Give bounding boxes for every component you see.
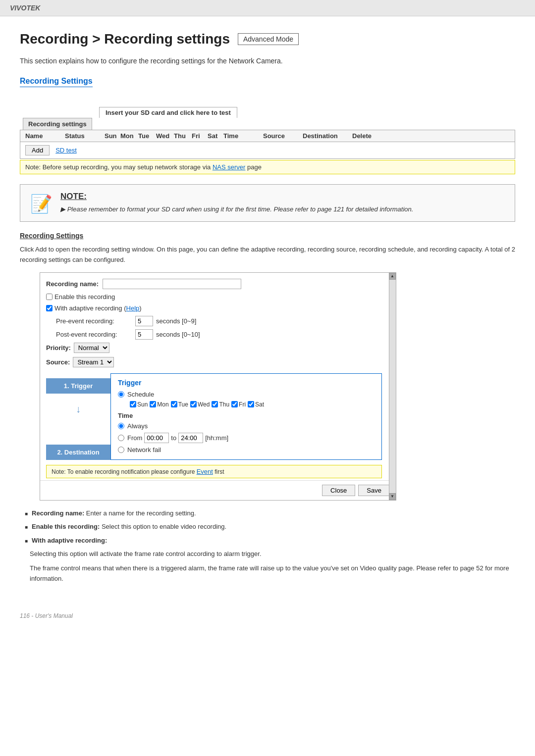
day-sat[interactable]: Sat (248, 401, 264, 408)
bullet-2-bold: Enable this recording: (32, 523, 100, 530)
adaptive-para2: The frame control means that when there … (30, 563, 515, 584)
form-scroll-content: Recording name: Enable this recording Wi… (40, 273, 396, 480)
advanced-mode-badge[interactable]: Advanced Mode (238, 33, 299, 45)
always-radio[interactable] (118, 423, 124, 429)
pre-event-label: Pre-event recording: (56, 317, 135, 325)
bullet-item-3: With adaptive recording: (25, 536, 515, 546)
recording-settings-wrapper: Insert your SD card and click here to te… (20, 107, 515, 174)
network-fail-label: Network fail (127, 446, 161, 454)
note-body: Please remember to format your SD card w… (60, 205, 413, 213)
trigger-panel: Trigger Schedule Sun Mon Tue Wed (110, 373, 382, 460)
steps-column: 1. Trigger ↓ 2. Destination (46, 373, 110, 460)
source-label: Source: (46, 358, 70, 366)
bullet-1-bold: Recording name: (32, 509, 84, 517)
nas-server-link[interactable]: NAS server (213, 163, 245, 171)
section1-heading: Recording Settings (20, 77, 93, 87)
col-status: Status (65, 132, 105, 140)
pre-event-row: Pre-event recording: seconds [0~9] (46, 316, 382, 326)
page-footer: 116 - User's Manual (0, 603, 535, 629)
trigger-layout: 1. Trigger ↓ 2. Destination Trigger Sche… (46, 373, 382, 460)
recording-form-container: Recording name: Enable this recording Wi… (40, 272, 396, 501)
post-event-row: Post-event recording: seconds [0~10] (46, 329, 382, 340)
col-delete: Delete (352, 132, 387, 140)
col-wed: Wed (156, 132, 174, 140)
bullet-list: Recording name: Enter a name for the rec… (25, 508, 515, 546)
priority-row: Priority: Normal High Low (46, 343, 382, 353)
source-select[interactable]: Stream 1 Stream 2 (73, 357, 114, 367)
col-name: Name (25, 132, 65, 140)
adaptive-checkbox[interactable] (46, 305, 53, 311)
network-fail-row: Network fail (118, 446, 374, 454)
col-sat: Sat (208, 132, 223, 140)
bullet-1-text: Recording name: Enter a name for the rec… (32, 508, 196, 518)
table-top-label: Recording settings (23, 118, 92, 130)
trigger-panel-title: Trigger (118, 379, 374, 387)
save-button[interactable]: Save (358, 485, 390, 496)
form-note-text: Note: To enable recording notification p… (52, 468, 224, 475)
always-label: Always (127, 422, 148, 430)
col-mon: Mon (120, 132, 138, 140)
note-box: 📝 NOTE: Please remember to format your S… (20, 184, 515, 222)
table-add-row: Add SD test (20, 142, 515, 158)
day-fri[interactable]: Fri (231, 401, 246, 408)
note-icon: 📝 (30, 194, 53, 214)
col-thu: Thu (174, 132, 192, 140)
source-row: Source: Stream 1 Stream 2 (46, 357, 382, 367)
day-mon[interactable]: Mon (150, 401, 168, 408)
sd-card-hint[interactable]: Insert your SD card and click here to te… (99, 107, 237, 118)
main-content: Recording > Recording settings Advanced … (0, 16, 535, 603)
enable-checkbox[interactable] (46, 294, 53, 300)
from-time-input[interactable] (144, 433, 169, 443)
schedule-label: Schedule (127, 391, 154, 398)
post-event-unit: seconds [0~10] (156, 331, 200, 338)
network-fail-radio[interactable] (118, 447, 124, 453)
table-note-text: Note: Before setup recording, you may se… (25, 163, 262, 171)
day-tue[interactable]: Tue (171, 401, 188, 408)
scrollbar[interactable]: ▲ ▼ (389, 273, 396, 500)
recording-name-input[interactable] (103, 279, 241, 289)
priority-select[interactable]: Normal High Low (74, 343, 109, 353)
adaptive-text-area: Selecting this option will activate the … (30, 549, 515, 584)
close-button[interactable]: Close (322, 485, 355, 496)
from-to-row: From to [hh:mm] (118, 433, 374, 443)
days-row: Sun Mon Tue Wed Thu Fri Sat (130, 401, 374, 408)
help-link[interactable]: Help (126, 304, 140, 312)
day-wed[interactable]: Wed (190, 401, 210, 408)
priority-label: Priority: (46, 344, 71, 352)
schedule-radio[interactable] (118, 391, 124, 398)
adaptive-para1: Selecting this option will activate the … (30, 549, 515, 559)
bullet-3-bold: With adaptive recording: (32, 537, 107, 544)
desc-text: Click Add to open the recording setting … (20, 245, 515, 265)
sd-hint-line: Insert your SD card and click here to te… (20, 107, 515, 118)
always-row: Always (118, 422, 374, 430)
note-content: NOTE: Please remember to format your SD … (60, 192, 413, 213)
note-title: NOTE: (60, 192, 413, 202)
form-inner: Recording name: Enable this recording Wi… (40, 273, 396, 500)
table-label-area: Recording settings (20, 118, 515, 130)
fromto-radio[interactable] (118, 435, 124, 441)
event-link[interactable]: Event (197, 468, 213, 475)
step2-box: 2. Destination (46, 445, 110, 460)
table-note-row: Note: Before setup recording, you may se… (20, 160, 515, 174)
bullet-3-text: With adaptive recording: (32, 536, 107, 546)
time-section: Time Always From to (118, 412, 374, 454)
adaptive-row: With adaptive recording (Help) (46, 304, 382, 312)
scrollbar-down[interactable]: ▼ (389, 493, 396, 500)
page-title-area: Recording > Recording settings Advanced … (20, 31, 515, 47)
col-tue: Tue (138, 132, 156, 140)
post-event-input[interactable] (135, 329, 153, 340)
day-thu[interactable]: Thu (212, 401, 229, 408)
day-sun[interactable]: Sun (130, 401, 148, 408)
add-button[interactable]: Add (25, 145, 50, 155)
form-note: Note: To enable recording notification p… (46, 465, 382, 478)
sd-test-link[interactable]: SD test (55, 147, 77, 154)
to-label: to (171, 434, 176, 442)
brand-label: VIVOTEK (10, 4, 40, 12)
scrollbar-up[interactable]: ▲ (389, 273, 396, 280)
header-bar: VIVOTEK (0, 0, 535, 16)
pre-event-input[interactable] (135, 316, 153, 326)
sub-section-heading: Recording Settings (20, 232, 515, 240)
recording-name-row: Recording name: (46, 279, 382, 289)
page-title: Recording > Recording settings (20, 31, 230, 47)
to-time-input[interactable] (178, 433, 203, 443)
